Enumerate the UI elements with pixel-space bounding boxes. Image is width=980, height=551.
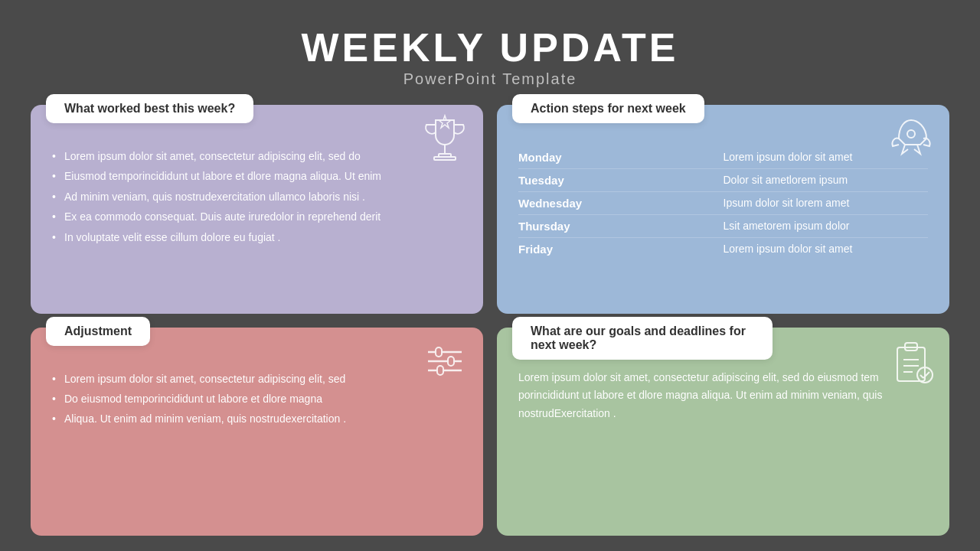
card-content-what-worked: Lorem ipsum dolor sit amet, consectetur … xyxy=(52,146,462,247)
bullet-list-adjustment: Lorem ipsum dolor sit amet, consectetur … xyxy=(52,369,462,429)
list-item: Do eiusmod temporincididunt ut labore et… xyxy=(52,389,462,409)
header: WEEKLY UPDATE PowerPoint Template xyxy=(301,0,678,97)
rocket-icon xyxy=(887,114,936,163)
list-item: Eiusmod temporincididunt ut labore et dl… xyxy=(52,166,462,186)
card-label-goals: What are our goals and deadlines for nex… xyxy=(512,317,773,360)
schedule-row: TuesdayDolor sit ametlorem ipsum xyxy=(518,169,928,192)
schedule-task: Lorem ipsum dolor sit amet xyxy=(724,243,929,256)
list-item: Lorem ipsum dolor sit amet, consectetur … xyxy=(52,146,462,166)
schedule-day: Thursday xyxy=(518,220,724,233)
card-content-adjustment: Lorem ipsum dolor sit amet, consectetur … xyxy=(52,369,462,429)
svg-point-4 xyxy=(907,130,915,138)
schedule-task: Dolor sit ametlorem ipsum xyxy=(724,174,929,187)
schedule-task: Lsit ametorem ipsum dolor xyxy=(724,220,929,233)
card-adjustment: Adjustment Lorem ipsum dolor sit amet, c… xyxy=(31,328,483,536)
list-item: In voluptate velit esse cillum dolore eu… xyxy=(52,227,462,247)
goals-text: Lorem ipsum dolor sit amet, consectetur … xyxy=(518,369,928,423)
schedule-day: Monday xyxy=(518,151,724,164)
schedule-row: FridayLorem ipsum dolor sit amet xyxy=(518,238,928,260)
bullet-list-what-worked: Lorem ipsum dolor sit amet, consectetur … xyxy=(52,146,462,247)
schedule-day: Wednesday xyxy=(518,197,724,210)
schedule-row: ThursdayLsit ametorem ipsum dolor xyxy=(518,215,928,238)
schedule-row: MondayLorem ipsum dolor sit amet xyxy=(518,146,928,169)
card-label-action-steps: Action steps for next week xyxy=(512,94,704,123)
schedule-task: Ipsum dolor sit lorem amet xyxy=(724,197,929,210)
goals-icon xyxy=(887,337,936,386)
list-item: Lorem ipsum dolor sit amet, consectetur … xyxy=(52,369,462,389)
schedule-table: MondayLorem ipsum dolor sit ametTuesdayD… xyxy=(518,146,928,260)
svg-marker-3 xyxy=(439,116,451,128)
schedule-day: Tuesday xyxy=(518,174,724,187)
card-label-what-worked: What worked best this week? xyxy=(46,94,253,123)
card-content-goals: Lorem ipsum dolor sit amet, consectetur … xyxy=(518,369,928,423)
card-goals: What are our goals and deadlines for nex… xyxy=(497,328,949,536)
svg-rect-9 xyxy=(448,357,454,366)
svg-rect-8 xyxy=(436,347,442,357)
card-content-action-steps: MondayLorem ipsum dolor sit ametTuesdayD… xyxy=(518,146,928,260)
list-item: Ex ea commodo consequat. Duis aute irure… xyxy=(52,207,462,227)
schedule-row: WednesdayIpsum dolor sit lorem amet xyxy=(518,192,928,215)
card-what-worked: What worked best this week? Lorem ipsum … xyxy=(31,105,483,314)
list-item: Aliqua. Ut enim ad minim veniam, quis no… xyxy=(52,409,462,429)
card-label-adjustment: Adjustment xyxy=(46,317,150,346)
page-subtitle: PowerPoint Template xyxy=(301,70,678,88)
page-title: WEEKLY UPDATE xyxy=(301,24,678,70)
cards-grid: What worked best this week? Lorem ipsum … xyxy=(0,97,980,551)
list-item: Ad minim veniam, quis nostrudexercitatio… xyxy=(52,187,462,207)
schedule-day: Friday xyxy=(518,243,724,256)
card-action-steps: Action steps for next week MondayLorem i… xyxy=(497,105,949,314)
